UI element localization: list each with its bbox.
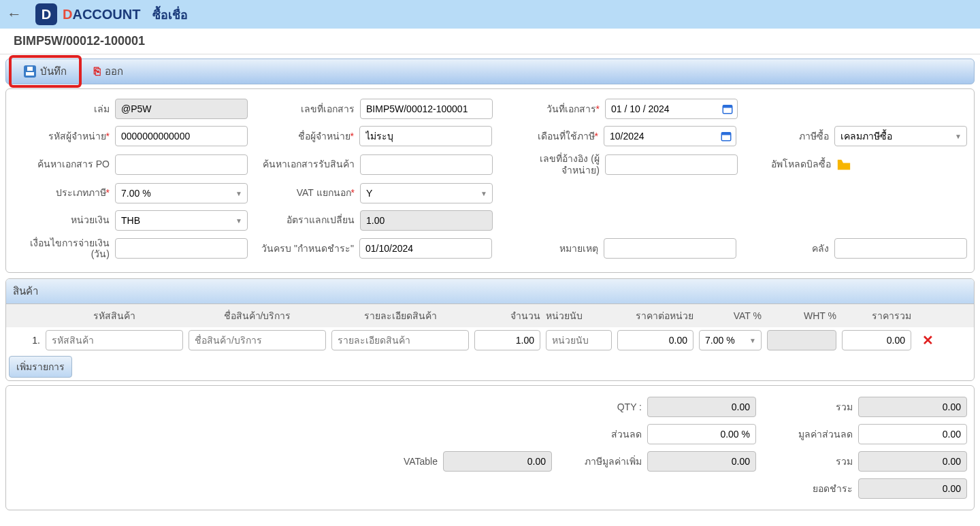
purchase-tax-select[interactable] [834,126,967,146]
gr-search-input[interactable] [360,154,493,175]
exrate-input [360,210,493,231]
item-price-input[interactable] [617,330,693,350]
save-button-highlight: บันทึก [9,55,82,88]
vendor-name-input[interactable] [359,126,492,146]
currency-select[interactable] [115,210,248,231]
discount-input[interactable] [647,424,756,444]
tax-type-select[interactable] [115,183,248,203]
summary-panel: QTY : รวม ส่วนลด มูลค่าส่วนลด VATable ภา… [5,385,975,510]
col-wht: WHT % [764,310,839,321]
upload-label: อัพโหลดบิลซื้อ [748,159,836,170]
po-search-input[interactable] [115,154,248,175]
qty-value [647,397,756,417]
doc-date-input[interactable] [605,99,738,119]
col-name: ชื่อสินค้า/บริการ [186,308,329,323]
vat-amt-value [647,451,756,472]
doc-no-input[interactable] [360,99,493,119]
payable-label: ยอดชำระ [777,481,858,496]
item-unit-input[interactable] [546,330,612,350]
svg-rect-1 [723,105,732,108]
vat-excl-label: VAT แยกนอก* [258,187,360,199]
folder-icon[interactable] [836,159,851,171]
back-arrow-icon[interactable]: ← [7,5,22,23]
currency-label: หน่วยเงิน [13,214,115,226]
book-input [115,99,248,119]
items-panel: สินค้า รหัสสินค้า ชื่อสินค้า/บริการ รายล… [5,278,975,381]
exrate-label: อัตราแลกเปลี่ยน [258,214,360,226]
col-total: ราคารวม [839,308,914,323]
item-vat-select[interactable] [699,330,762,350]
item-desc-input[interactable] [331,330,469,350]
vatable-label: VATable [368,456,443,467]
due-date-input[interactable] [359,238,492,259]
brand-name: DACCOUNT [63,7,140,22]
logo-letter: D [42,7,51,22]
table-row: 1. ▼ ✕ [6,327,974,353]
payment-terms-input[interactable] [115,238,248,259]
save-label: บันทึก [40,63,67,80]
gr-search-label: ค้นหาเอกสารรับสินค้า [258,159,360,170]
exit-icon: ⎘ [94,65,101,78]
calendar-icon[interactable] [721,103,734,115]
discount-amt-label: มูลค่าส่วนลด [777,427,858,442]
col-price: ราคาต่อหน่วย [615,308,696,323]
ref-no-input[interactable] [605,154,738,175]
items-header-row: รหัสสินค้า ชื่อสินค้า/บริการ รายละเอียดส… [6,304,974,327]
vatable-value [443,451,552,472]
top-bar: ← D DACCOUNT ซื้อเชื่อ [0,0,980,29]
col-code: รหัสสินค้า [43,308,186,323]
vat-amt-label: ภาษีมูลค่าเพิ่ม [572,454,647,469]
col-desc: รายละเอียดสินค้า [329,308,472,323]
qty-label: QTY : [572,401,647,412]
remark-input[interactable] [604,238,736,259]
items-section-title: สินค้า [6,279,974,304]
save-button[interactable]: บันทึก [17,59,74,84]
vat-excl-select[interactable] [360,183,493,203]
exit-button[interactable]: ⎘ ออก [87,59,130,84]
vendor-code-label: รหัสผู้จำหน่าย* [13,131,115,142]
item-name-input[interactable] [189,330,326,350]
payment-terms-label: เงื่อนไขการจ่ายเงิน (วัน) [13,237,115,261]
save-icon [24,65,36,78]
discount-amt-input[interactable] [858,424,967,444]
book-label: เล่ม [13,103,115,115]
sum2-value [858,451,967,472]
row-number: 1. [10,335,43,346]
form-panel: เล่ม เลขที่เอกสาร วันที่เอกสาร* รหัสผู้จ… [5,88,975,273]
exit-label: ออก [105,63,123,80]
add-item-button[interactable]: เพิ่มรายการ [9,356,72,378]
sum-value [858,397,967,417]
col-unit: หน่วยนับ [543,308,615,323]
delete-row-icon[interactable]: ✕ [922,333,934,348]
item-total-input[interactable] [842,330,911,350]
item-wht-input [767,330,836,350]
purchase-tax-label: ภาษีซื้อ [746,131,834,142]
doc-no-label: เลขที่เอกสาร [258,103,360,115]
doc-date-label: วันที่เอกสาร* [503,103,605,115]
po-search-label: ค้นหาเอกสาร PO [13,159,115,170]
due-date-label: วันครบ "กำหนดชำระ" [257,243,359,254]
ref-no-label: เลขที่อ้างอิง (ผู้จำหน่าย) [503,153,605,176]
warehouse-label: คลัง [746,243,834,254]
col-qty: จำนวน [472,308,543,323]
tax-type-label: ประเภทภาษี* [13,187,115,199]
sum2-label: รวม [777,454,858,469]
vendor-name-label: ชื่อผู้จำหน่าย* [257,131,359,142]
app-logo: D [35,3,57,25]
vendor-code-input[interactable] [115,126,248,146]
tax-month-input[interactable] [604,126,736,146]
svg-rect-3 [721,133,731,135]
tax-month-label: เดือนที่ใช้ภาษี* [502,131,604,142]
item-code-input[interactable] [46,330,183,350]
doc-number-display: BIMP5W/00012-100001 [0,29,980,54]
calendar-icon[interactable] [720,130,732,142]
action-toolbar: บันทึก ⎘ ออก [5,59,975,84]
item-qty-input[interactable] [474,330,540,350]
col-vat: VAT % [696,310,764,321]
page-title: ซื้อเชื่อ [152,5,188,24]
payable-value [858,478,967,499]
discount-label: ส่วนลด [572,427,647,442]
warehouse-input[interactable] [834,238,967,259]
remark-label: หมายเหตุ [502,243,604,254]
sum-label: รวม [777,399,858,414]
